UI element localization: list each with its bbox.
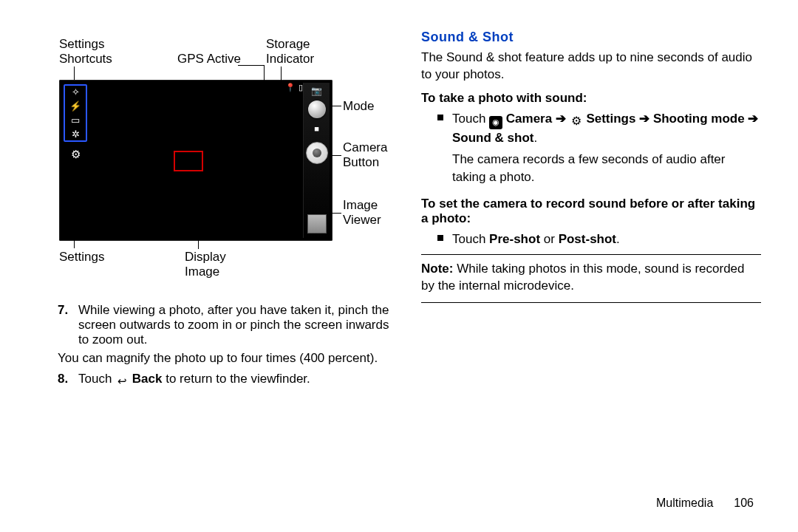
effects-icon: ✧	[72, 87, 80, 97]
step-8-text: Touch ↩ Back to return to the viewfinder…	[78, 372, 310, 388]
gps-pin-icon: 📍	[285, 83, 296, 92]
shutter-button	[306, 142, 328, 164]
page-footer: Multimedia106	[656, 497, 754, 510]
step-7-text: While viewing a photo, after you have ta…	[78, 303, 392, 347]
take-photo-heading: To take a photo with sound:	[421, 91, 761, 106]
callout-camera-button: Camera Button	[343, 140, 387, 171]
mode-dial	[308, 100, 326, 118]
callout-settings: Settings	[59, 250, 104, 265]
callout-settings-shortcuts: Settings Shortcuts	[59, 37, 112, 67]
bullet-2-text: Touch Pre-shot or Post-shot.	[452, 231, 620, 248]
step-number-8: 8.	[58, 372, 71, 388]
bullet-icon	[437, 235, 443, 241]
settings-gear-icon: ⚙	[71, 148, 81, 161]
back-icon: ↩	[115, 375, 129, 388]
camera-body: 📍 ▯ ✧ ⚡ ▭ ✲ ⚙ 📷 ■	[59, 80, 332, 241]
gallery-thumbnail	[307, 214, 327, 233]
focus-square	[174, 151, 203, 171]
step-number-7: 7.	[58, 303, 71, 347]
set-record-heading: To set the camera to record sound before…	[421, 197, 761, 226]
still-camera-icon: 📷	[311, 86, 322, 96]
callout-mode: Mode	[343, 99, 375, 114]
callout-display-image: Display Image	[185, 250, 226, 280]
camera-diagram: Settings Shortcuts GPS Active Storage In…	[37, 30, 377, 273]
callout-storage-indicator: Storage Indicator	[266, 37, 314, 67]
note-text: Note: While taking photos in this mode, …	[421, 261, 761, 295]
section-title: Sound & Shot	[421, 30, 761, 45]
callout-image-viewer: Image Viewer	[343, 198, 381, 228]
divider	[421, 302, 761, 303]
intro-text: The Sound & shot feature adds up to nine…	[421, 50, 761, 83]
bullet-icon	[437, 115, 443, 120]
metering-icon: ▭	[71, 115, 80, 125]
divider	[421, 254, 761, 255]
camera-app-icon: ◉	[489, 116, 502, 129]
flash-icon: ⚡	[69, 101, 81, 111]
settings-inline-icon: ⚙	[570, 115, 583, 128]
step-7-subtext: You can magnify the photo up to four tim…	[58, 350, 392, 367]
bullet-1-text: Touch ◉ Camera ➔ ⚙ Settings ➔ Shooting m…	[452, 110, 761, 186]
video-icon: ■	[314, 124, 319, 133]
brightness-icon: ✲	[72, 129, 80, 139]
settings-shortcuts-group: ✧ ⚡ ▭ ✲	[64, 84, 87, 142]
callout-gps-active: GPS Active	[177, 52, 241, 66]
